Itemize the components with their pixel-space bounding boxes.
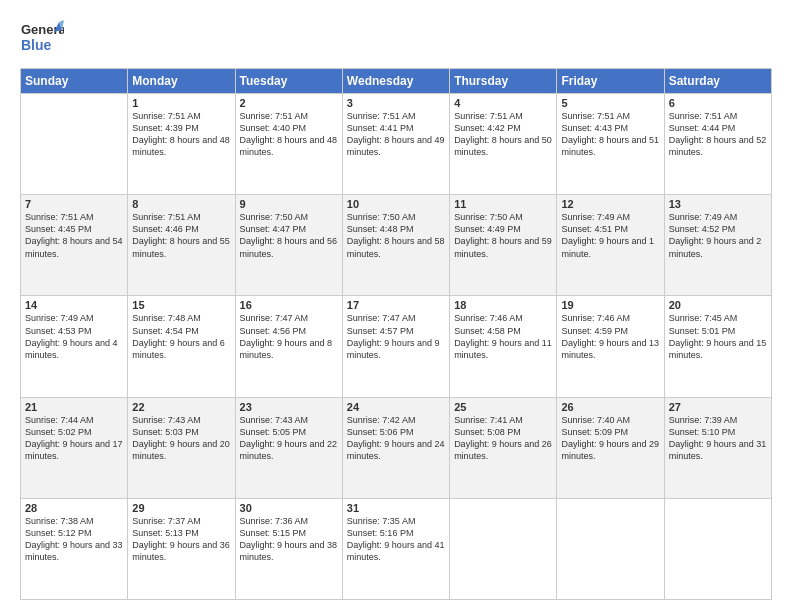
sunrise-info: Sunrise: 7:46 AM bbox=[561, 313, 630, 323]
sunrise-info: Sunrise: 7:48 AM bbox=[132, 313, 201, 323]
daylight-info: Daylight: 9 hours and 36 minutes. bbox=[132, 540, 230, 562]
daylight-info: Daylight: 9 hours and 11 minutes. bbox=[454, 338, 552, 360]
sunset-info: Sunset: 4:49 PM bbox=[454, 224, 521, 234]
daylight-info: Daylight: 9 hours and 24 minutes. bbox=[347, 439, 445, 461]
calendar-cell: 31 Sunrise: 7:35 AM Sunset: 5:16 PM Dayl… bbox=[342, 498, 449, 599]
weekday-header-wednesday: Wednesday bbox=[342, 69, 449, 94]
sunrise-info: Sunrise: 7:50 AM bbox=[347, 212, 416, 222]
calendar-cell: 6 Sunrise: 7:51 AM Sunset: 4:44 PM Dayli… bbox=[664, 94, 771, 195]
sunset-info: Sunset: 5:06 PM bbox=[347, 427, 414, 437]
calendar-cell: 9 Sunrise: 7:50 AM Sunset: 4:47 PM Dayli… bbox=[235, 195, 342, 296]
calendar-cell bbox=[21, 94, 128, 195]
day-number: 5 bbox=[561, 97, 659, 109]
calendar-cell: 21 Sunrise: 7:44 AM Sunset: 5:02 PM Dayl… bbox=[21, 397, 128, 498]
calendar-cell: 14 Sunrise: 7:49 AM Sunset: 4:53 PM Dayl… bbox=[21, 296, 128, 397]
sunrise-info: Sunrise: 7:51 AM bbox=[561, 111, 630, 121]
sunset-info: Sunset: 4:47 PM bbox=[240, 224, 307, 234]
day-number: 15 bbox=[132, 299, 230, 311]
calendar-cell: 19 Sunrise: 7:46 AM Sunset: 4:59 PM Dayl… bbox=[557, 296, 664, 397]
daylight-info: Daylight: 9 hours and 6 minutes. bbox=[132, 338, 225, 360]
sunset-info: Sunset: 4:39 PM bbox=[132, 123, 199, 133]
day-number: 31 bbox=[347, 502, 445, 514]
daylight-info: Daylight: 8 hours and 50 minutes. bbox=[454, 135, 552, 157]
day-number: 2 bbox=[240, 97, 338, 109]
daylight-info: Daylight: 8 hours and 49 minutes. bbox=[347, 135, 445, 157]
daylight-info: Daylight: 8 hours and 59 minutes. bbox=[454, 236, 552, 258]
calendar-cell: 3 Sunrise: 7:51 AM Sunset: 4:41 PM Dayli… bbox=[342, 94, 449, 195]
daylight-info: Daylight: 9 hours and 13 minutes. bbox=[561, 338, 659, 360]
sunset-info: Sunset: 5:16 PM bbox=[347, 528, 414, 538]
day-number: 23 bbox=[240, 401, 338, 413]
day-number: 17 bbox=[347, 299, 445, 311]
sunset-info: Sunset: 4:51 PM bbox=[561, 224, 628, 234]
sunset-info: Sunset: 4:45 PM bbox=[25, 224, 92, 234]
calendar-cell: 26 Sunrise: 7:40 AM Sunset: 5:09 PM Dayl… bbox=[557, 397, 664, 498]
day-number: 28 bbox=[25, 502, 123, 514]
daylight-info: Daylight: 9 hours and 15 minutes. bbox=[669, 338, 767, 360]
page: General Blue SundayMondayTuesdayWednesda… bbox=[0, 0, 792, 612]
sunrise-info: Sunrise: 7:47 AM bbox=[240, 313, 309, 323]
day-number: 24 bbox=[347, 401, 445, 413]
day-number: 20 bbox=[669, 299, 767, 311]
day-number: 10 bbox=[347, 198, 445, 210]
daylight-info: Daylight: 9 hours and 17 minutes. bbox=[25, 439, 123, 461]
sunset-info: Sunset: 5:13 PM bbox=[132, 528, 199, 538]
day-number: 27 bbox=[669, 401, 767, 413]
day-number: 4 bbox=[454, 97, 552, 109]
sunrise-info: Sunrise: 7:43 AM bbox=[240, 415, 309, 425]
sunrise-info: Sunrise: 7:51 AM bbox=[240, 111, 309, 121]
sunset-info: Sunset: 5:01 PM bbox=[669, 326, 736, 336]
daylight-info: Daylight: 8 hours and 54 minutes. bbox=[25, 236, 123, 258]
day-number: 16 bbox=[240, 299, 338, 311]
daylight-info: Daylight: 9 hours and 31 minutes. bbox=[669, 439, 767, 461]
daylight-info: Daylight: 8 hours and 48 minutes. bbox=[240, 135, 338, 157]
calendar-cell: 10 Sunrise: 7:50 AM Sunset: 4:48 PM Dayl… bbox=[342, 195, 449, 296]
calendar-cell: 20 Sunrise: 7:45 AM Sunset: 5:01 PM Dayl… bbox=[664, 296, 771, 397]
calendar-cell: 13 Sunrise: 7:49 AM Sunset: 4:52 PM Dayl… bbox=[664, 195, 771, 296]
svg-text:Blue: Blue bbox=[21, 37, 52, 53]
sunset-info: Sunset: 4:40 PM bbox=[240, 123, 307, 133]
calendar-cell: 22 Sunrise: 7:43 AM Sunset: 5:03 PM Dayl… bbox=[128, 397, 235, 498]
weekday-header-friday: Friday bbox=[557, 69, 664, 94]
calendar-cell: 4 Sunrise: 7:51 AM Sunset: 4:42 PM Dayli… bbox=[450, 94, 557, 195]
sunrise-info: Sunrise: 7:37 AM bbox=[132, 516, 201, 526]
weekday-header-row: SundayMondayTuesdayWednesdayThursdayFrid… bbox=[21, 69, 772, 94]
daylight-info: Daylight: 9 hours and 22 minutes. bbox=[240, 439, 338, 461]
calendar-cell: 5 Sunrise: 7:51 AM Sunset: 4:43 PM Dayli… bbox=[557, 94, 664, 195]
sunrise-info: Sunrise: 7:45 AM bbox=[669, 313, 738, 323]
day-number: 9 bbox=[240, 198, 338, 210]
sunset-info: Sunset: 4:46 PM bbox=[132, 224, 199, 234]
sunset-info: Sunset: 4:43 PM bbox=[561, 123, 628, 133]
sunset-info: Sunset: 4:48 PM bbox=[347, 224, 414, 234]
daylight-info: Daylight: 9 hours and 33 minutes. bbox=[25, 540, 123, 562]
sunset-info: Sunset: 5:08 PM bbox=[454, 427, 521, 437]
day-number: 11 bbox=[454, 198, 552, 210]
calendar-cell: 29 Sunrise: 7:37 AM Sunset: 5:13 PM Dayl… bbox=[128, 498, 235, 599]
sunrise-info: Sunrise: 7:51 AM bbox=[347, 111, 416, 121]
day-number: 3 bbox=[347, 97, 445, 109]
calendar-table: SundayMondayTuesdayWednesdayThursdayFrid… bbox=[20, 68, 772, 600]
daylight-info: Daylight: 8 hours and 56 minutes. bbox=[240, 236, 338, 258]
day-number: 14 bbox=[25, 299, 123, 311]
sunset-info: Sunset: 4:53 PM bbox=[25, 326, 92, 336]
calendar-cell: 8 Sunrise: 7:51 AM Sunset: 4:46 PM Dayli… bbox=[128, 195, 235, 296]
daylight-info: Daylight: 9 hours and 26 minutes. bbox=[454, 439, 552, 461]
sunrise-info: Sunrise: 7:46 AM bbox=[454, 313, 523, 323]
logo: General Blue bbox=[20, 16, 64, 60]
calendar-cell: 28 Sunrise: 7:38 AM Sunset: 5:12 PM Dayl… bbox=[21, 498, 128, 599]
weekday-header-tuesday: Tuesday bbox=[235, 69, 342, 94]
sunset-info: Sunset: 4:54 PM bbox=[132, 326, 199, 336]
daylight-info: Daylight: 9 hours and 1 minute. bbox=[561, 236, 654, 258]
sunrise-info: Sunrise: 7:36 AM bbox=[240, 516, 309, 526]
daylight-info: Daylight: 9 hours and 4 minutes. bbox=[25, 338, 118, 360]
day-number: 21 bbox=[25, 401, 123, 413]
day-number: 26 bbox=[561, 401, 659, 413]
daylight-info: Daylight: 8 hours and 55 minutes. bbox=[132, 236, 230, 258]
sunrise-info: Sunrise: 7:51 AM bbox=[454, 111, 523, 121]
logo-svg: General Blue bbox=[20, 16, 64, 60]
sunset-info: Sunset: 5:02 PM bbox=[25, 427, 92, 437]
calendar-cell: 27 Sunrise: 7:39 AM Sunset: 5:10 PM Dayl… bbox=[664, 397, 771, 498]
weekday-header-sunday: Sunday bbox=[21, 69, 128, 94]
sunrise-info: Sunrise: 7:50 AM bbox=[454, 212, 523, 222]
sunset-info: Sunset: 4:59 PM bbox=[561, 326, 628, 336]
